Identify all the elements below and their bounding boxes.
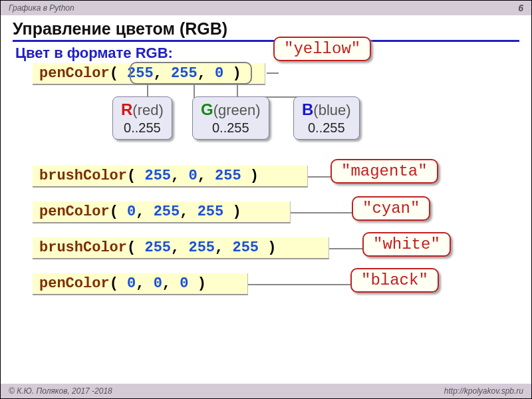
legend-blue: B(blue) 0..255: [293, 96, 360, 140]
footer-right: http://kpolyakov.spb.ru: [444, 386, 523, 396]
code-line-2: brushColor( 255, 0, 255 ): [33, 166, 308, 188]
header: Графика в Python 6: [1, 1, 531, 15]
label-magenta: "magenta": [331, 159, 438, 184]
label-white: "white": [362, 232, 451, 257]
code-line-5: penColor( 0, 0, 0 ): [33, 273, 248, 295]
header-left: Графика в Python: [9, 3, 74, 13]
page-number: 6: [518, 3, 523, 13]
label-black: "black": [350, 268, 439, 293]
label-cyan: "cyan": [352, 196, 430, 221]
footer-left: © К.Ю. Поляков, 2017 -2018: [9, 386, 112, 396]
code-line-4: brushColor( 255, 255, 255 ): [33, 237, 329, 259]
label-yellow: "yellow": [273, 37, 371, 61]
legend-red: R(red) 0..255: [112, 96, 172, 140]
footer: © К.Ю. Поляков, 2017 -2018 http://kpolya…: [1, 384, 531, 398]
legend-green: G(green) 0..255: [192, 96, 269, 140]
page-title: Управление цветом (RGB): [13, 19, 519, 42]
code-line-3: penColor( 0, 255, 255 ): [33, 201, 291, 223]
content: "yellow" penColor( 255, 255, 0 ) R(red) …: [1, 66, 531, 398]
